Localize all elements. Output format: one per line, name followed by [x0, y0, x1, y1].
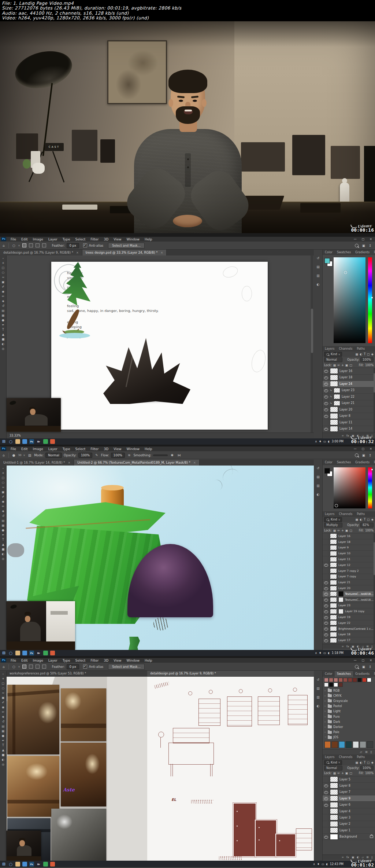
blend-mode-select[interactable]: Normal: [324, 357, 342, 362]
filter-type-icon[interactable]: T: [364, 761, 365, 764]
layer-row[interactable]: ↳ Layer 20: [323, 585, 375, 591]
close-button[interactable]: ×: [370, 659, 372, 662]
menu-item[interactable]: Window: [124, 659, 142, 662]
hand-tool-icon[interactable]: ◐: [1, 342, 6, 346]
brush-preset-icon[interactable]: ●: [11, 453, 16, 457]
color-swatch[interactable]: [367, 678, 371, 682]
visibility-toggle-icon[interactable]: [324, 827, 328, 833]
color-swatch[interactable]: [343, 678, 348, 682]
filter-pixel-icon[interactable]: ▦: [356, 518, 359, 521]
foreground-color-swatch[interactable]: [324, 468, 330, 474]
document-canvas[interactable]: harmonyvariationcontrastrythmsylouthemat…: [51, 262, 268, 430]
panel-tab[interactable]: Patterns: [372, 460, 375, 465]
layer-row[interactable]: ↳ Layer 21: [323, 580, 375, 585]
collapse-toolbar-icon[interactable]: «: [2, 673, 4, 676]
menu-item[interactable]: Edit: [19, 238, 30, 241]
swatch-folder[interactable]: › Pale: [323, 730, 375, 735]
clock[interactable]: 1:18 PM: [332, 651, 344, 655]
visibility-toggle-icon[interactable]: [324, 568, 328, 574]
path-select-tool-icon[interactable]: ▲: [1, 333, 6, 336]
menu-item[interactable]: 3D: [101, 659, 111, 662]
flow-input[interactable]: 100%: [111, 453, 125, 458]
adjustments-panel-icon[interactable]: ◐: [317, 283, 320, 286]
collapse-toolbar-icon[interactable]: «: [2, 467, 4, 470]
fill-input[interactable]: 100%: [365, 529, 374, 532]
menu-item[interactable]: Type: [60, 238, 73, 241]
eyedropper-tool-icon[interactable]: ✐: [1, 495, 6, 499]
visibility-toggle-icon[interactable]: [324, 539, 328, 545]
taskbar-app-media[interactable]: [43, 439, 48, 444]
layer-row[interactable]: ↳ Layer 2: [323, 821, 375, 827]
healing-brush-tool-icon[interactable]: ◉: [1, 706, 6, 709]
fill-input[interactable]: 100%: [365, 772, 374, 775]
panel-tab[interactable]: Swatches: [335, 671, 353, 677]
visibility-toggle-icon[interactable]: [324, 808, 328, 814]
visibility-toggle-icon[interactable]: [324, 821, 328, 827]
feather-input[interactable]: 0 px: [67, 243, 79, 248]
link-layers-icon[interactable]: ∞: [342, 434, 344, 437]
document-tab[interactable]: Untitled-2 @ 66.7% (TexturesCom_MetalPai…: [74, 460, 200, 466]
detail-design-document[interactable]: EL: [147, 677, 314, 861]
menu-item[interactable]: Edit: [19, 447, 30, 451]
color-swatch[interactable]: [329, 678, 333, 682]
swatch-folder[interactable]: › Light: [323, 709, 375, 714]
taskbar-app-chat[interactable]: [50, 439, 55, 444]
canvas-scrollbar[interactable]: [311, 255, 313, 433]
menu-item[interactable]: Select: [73, 659, 88, 662]
start-button[interactable]: ⊞: [1, 651, 6, 655]
color-swatch[interactable]: [360, 741, 366, 748]
visibility-toggle-icon[interactable]: [324, 562, 328, 568]
pen-tray-icon[interactable]: ♦: [317, 863, 320, 866]
minimize-button[interactable]: —: [354, 659, 357, 662]
layer-row[interactable]: ↳ Layer 7 copy 2: [323, 568, 375, 574]
hue-slider[interactable]: [368, 467, 372, 508]
visibility-toggle-icon[interactable]: [324, 413, 328, 419]
magic-wand-tool-icon[interactable]: ≈: [1, 486, 6, 489]
taskbar-search-icon[interactable]: ○: [8, 439, 13, 444]
layer-mask-icon[interactable]: ▣: [352, 856, 354, 859]
swatch-folder[interactable]: › CMYK: [323, 693, 375, 698]
layer-row[interactable]: ↳ Layer 3: [323, 814, 375, 821]
visibility-toggle-icon[interactable]: [324, 426, 328, 432]
color-swatch[interactable]: [353, 678, 357, 682]
left-document-tab[interactable]: workshopreferences.psd @ 50% (Layer 53, …: [7, 671, 147, 677]
visibility-toggle-icon[interactable]: [324, 400, 328, 407]
lock-artboard-icon[interactable]: ▣: [345, 529, 348, 532]
history-panel-icon[interactable]: ↺: [317, 256, 320, 260]
volume-tray-icon[interactable]: ◖: [326, 863, 327, 866]
delete-layer-icon[interactable]: ▯: [371, 645, 373, 648]
intersect-selection-icon[interactable]: [42, 243, 46, 247]
clock[interactable]: 3:00 PM: [332, 440, 344, 443]
lock-move-icon[interactable]: +: [341, 772, 344, 775]
layer-row[interactable]: ↳ Layer 18: [323, 539, 375, 545]
swatch-folder[interactable]: › Darker: [323, 724, 375, 729]
document-tab[interactable]: Untitled-1 @ 16.7% (Layer 14, RGB/8) *: [0, 460, 74, 466]
clock[interactable]: 12:43 PM: [330, 863, 344, 866]
panel-tab[interactable]: Swatches: [335, 250, 353, 255]
visibility-toggle-icon[interactable]: [324, 597, 328, 603]
lock-move-icon[interactable]: +: [341, 529, 344, 532]
smoothing-settings-icon[interactable]: ✱: [170, 453, 175, 457]
color-swatch[interactable]: [367, 741, 373, 748]
symmetry-icon[interactable]: ⋈: [177, 453, 182, 457]
feather-input[interactable]: 0 px: [67, 664, 79, 669]
menu-item[interactable]: View: [111, 447, 124, 451]
panel-tab[interactable]: Paths: [355, 754, 367, 760]
intersect-selection-icon[interactable]: [42, 665, 46, 669]
layer-row[interactable]: ↳ Layer 16: [323, 368, 375, 375]
menu-item[interactable]: Layer: [46, 659, 60, 662]
marquee-tool-icon[interactable]: ▢: [1, 682, 6, 685]
layer-effects-icon[interactable]: fx: [346, 434, 349, 437]
layer-scrollbar[interactable]: [374, 368, 375, 433]
filter-adjustment-icon[interactable]: ◐: [360, 761, 362, 764]
collapse-toolbar-icon[interactable]: «: [2, 257, 4, 260]
panel-tab[interactable]: Patterns: [372, 250, 375, 255]
properties-panel-icon[interactable]: ▤: [316, 475, 320, 479]
visibility-toggle-icon[interactable]: [324, 545, 328, 551]
layer-effects-icon[interactable]: fx: [346, 856, 349, 859]
visibility-toggle-icon[interactable]: [324, 814, 328, 820]
chevron-down-icon[interactable]: ∨: [18, 244, 20, 247]
opacity-input[interactable]: 100%: [360, 357, 374, 362]
layer-row[interactable]: ↳ Layer 24: [323, 381, 375, 387]
visibility-toggle-icon[interactable]: [324, 802, 328, 808]
